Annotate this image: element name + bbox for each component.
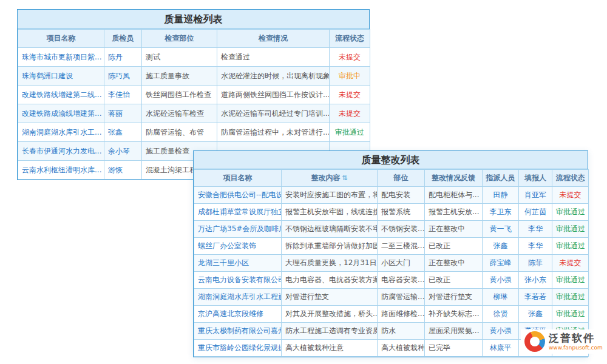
cell-name[interactable]: 湖南洞庭湖水库引水工程施工...	[194, 289, 282, 306]
cell-assignee[interactable]: 黄一飞	[483, 221, 519, 238]
cell-reporter[interactable]: 李华	[519, 221, 552, 238]
cell-reporter[interactable]: 张小东	[519, 272, 552, 289]
cell-content: 拆除到承重墙部分请做好加固...	[282, 238, 378, 255]
cell-status: 审批通过	[552, 272, 589, 289]
inspection-header-row: 项目名称质检员检查部位检查情况流程状态	[18, 30, 370, 48]
logo-website-link[interactable]: www.fanpusoft.com	[549, 345, 603, 351]
cell-part: 水泥砼运输车检查	[142, 104, 217, 123]
cell-inspector[interactable]: 李佳怡	[104, 86, 142, 104]
cell-reporter[interactable]: 李华	[519, 238, 552, 255]
cell-part: 防水	[378, 323, 425, 340]
cell-name[interactable]: 万达广场35#会所及咖啡厅空...	[194, 221, 282, 238]
cell-assignee[interactable]: 田静	[483, 187, 519, 204]
quality-rectification-panel: 质量整改列表 项目名称整改内容⇅部位整改情况反馈指派人员填报人流程状态 安徽合肥…	[193, 150, 588, 357]
column-header-label: 流程状态	[556, 174, 585, 182]
cell-assignee[interactable]: 李卫东	[483, 204, 519, 221]
column-header-label: 项目名称	[223, 174, 253, 182]
cell-inspector[interactable]: 陈巧凤	[104, 67, 142, 86]
cell-feedback: 屋面采用聚氨...	[425, 323, 483, 340]
cell-part: 电容器安装...	[378, 272, 425, 289]
column-header-content[interactable]: 整改内容⇅	[282, 170, 378, 187]
column-header-inspector: 质检员	[104, 30, 142, 48]
cell-feedback: 已改正	[425, 238, 483, 255]
cell-name[interactable]: 京沪高速北京段维修	[194, 306, 282, 323]
cell-name[interactable]: 云南电力设备安装有限公司20...	[194, 272, 282, 289]
cell-inspector[interactable]: 游恢	[104, 161, 142, 180]
cell-name[interactable]: 云南水利枢纽潜明水库...	[18, 161, 104, 180]
rectification-title: 质量整改列表	[194, 151, 588, 169]
cell-name[interactable]: 珠海市城市更新项目紫...	[18, 48, 104, 67]
column-header-reporter: 填报人	[519, 170, 552, 187]
cell-status: 审批中	[330, 67, 370, 86]
inspection-row: 珠海鹤洲口建设陈巧凤施工质量事故水泥砼灌注的时候，出现离析现象审批中	[18, 67, 370, 86]
cell-assignee[interactable]: 徐贤	[483, 306, 519, 323]
cell-name[interactable]: 龙湖三千里小区	[194, 255, 282, 272]
cell-status: 未提交	[330, 104, 370, 123]
cell-inspector[interactable]: 陈丹	[104, 48, 142, 67]
cell-part: 防腐管运输、布管	[142, 123, 217, 142]
rectification-row: 云南电力设备安装有限公司20...电力电容器、电抗器安装方案,...电容器安装.…	[194, 272, 589, 289]
column-header-part: 检查部位	[142, 30, 217, 48]
cell-name[interactable]: 重庆太极制药有限公司嘉州中...	[194, 323, 282, 340]
inspection-row: 改建铁路成渝线增建第...蒋丽水泥砼运输车检查水泥砼运输车司机经过专门培训...…	[18, 104, 370, 123]
cell-reporter[interactable]: 陈菲	[519, 255, 552, 272]
cell-content: 报警主机安放牢固，线缆连接...	[282, 204, 378, 221]
cell-part: 防腐管运输...	[378, 289, 425, 306]
cell-part: 报警系统	[378, 204, 425, 221]
sort-icon[interactable]: ⇅	[342, 174, 347, 182]
cell-name[interactable]: 改建铁路线增建第二线...	[18, 86, 104, 104]
cell-content: 不锈钢边框玻璃隔断安装不牢...	[282, 221, 378, 238]
cell-assignee[interactable]: 柳琳	[483, 289, 519, 306]
cell-name[interactable]: 安徽合肥供电公司--配电设备...	[194, 187, 282, 204]
cell-name[interactable]: 成都杜甫草堂常设展厅独立展...	[194, 204, 282, 221]
cell-name[interactable]: 长春市伊通河水力发电...	[18, 142, 104, 161]
cell-name[interactable]: 珠海鹤洲口建设	[18, 67, 104, 86]
cell-part: 施工质量事故	[142, 67, 217, 86]
cell-inspector[interactable]: 张鑫	[104, 123, 142, 142]
column-header-label: 整改情况反馈	[432, 174, 475, 182]
cell-reporter[interactable]: 何芷茵	[519, 204, 552, 221]
cell-inspector[interactable]: 蒋丽	[104, 104, 142, 123]
cell-name[interactable]: 改建铁路成渝线增建第...	[18, 104, 104, 123]
rectification-row: 湖南洞庭湖水库引水工程施工...对管进行垫支防腐管运输...对管进行垫支柳琳李若…	[194, 289, 589, 306]
cell-feedback: 已改正	[425, 272, 483, 289]
cell-situation: 道路两侧铁丝网围挡工作按设计...	[217, 86, 330, 104]
column-header-status: 流程状态	[552, 170, 589, 187]
cell-status: 未提交	[330, 86, 370, 104]
cell-part: 不锈钢安装...	[378, 221, 425, 238]
column-header-label: 填报人	[524, 174, 546, 182]
inspection-row: 珠海市城市更新项目紫...陈丹测试检查通过未提交	[18, 48, 370, 67]
cell-reporter[interactable]: 肖亚军	[519, 187, 552, 204]
cell-situation: 水泥砼运输车司机经过专门培训...	[217, 104, 330, 123]
cell-assignee[interactable]: 张鑫	[483, 238, 519, 255]
cell-assignee[interactable]: 薛宝峰	[483, 255, 519, 272]
cell-feedback: 正在整改中	[425, 255, 483, 272]
cell-content: 高大植被栽种注意	[282, 340, 378, 357]
cell-name[interactable]: 重庆市豁岭公园绿化景观提升...	[194, 340, 282, 357]
inspection-row: 改建铁路线增建第二线...李佳怡铁丝网围挡工作检查道路两侧铁丝网围挡工作按设计.…	[18, 86, 370, 104]
cell-assignee[interactable]: 黄小强	[483, 323, 519, 340]
column-header-feedback: 整改情况反馈	[425, 170, 483, 187]
column-header-situation: 检查情况	[217, 30, 330, 48]
cell-name[interactable]: 湖南洞庭湖水库引水工...	[18, 123, 104, 142]
cell-assignee[interactable]: 林康平	[483, 340, 519, 357]
cell-content: 对管进行垫支	[282, 289, 378, 306]
cell-reporter[interactable]: 张鑫	[519, 306, 552, 323]
cell-part: 测试	[142, 48, 217, 67]
cell-assignee[interactable]: 黄小强	[483, 272, 519, 289]
cell-feedback: 补齐缺失标志...	[425, 306, 483, 323]
rectification-table: 项目名称整改内容⇅部位整改情况反馈指派人员填报人流程状态 安徽合肥供电公司--配…	[194, 169, 589, 357]
cell-situation: 检查通过	[217, 48, 330, 67]
column-header-label: 整改内容	[311, 174, 340, 182]
rectification-header-row: 项目名称整改内容⇅部位整改情况反馈指派人员填报人流程状态	[194, 170, 589, 187]
cell-name[interactable]: 螺丝厂办公室装饰	[194, 238, 282, 255]
cell-situation: 防腐管运输过程中，未对管进行...	[217, 123, 330, 142]
cell-feedback: 正在整改中	[425, 221, 483, 238]
cell-situation: 水泥砼灌注的时候，出现离析现象	[217, 67, 330, 86]
cell-inspector[interactable]: 余小琴	[104, 142, 142, 161]
cell-part: 配电安装	[378, 187, 425, 204]
cell-status: 审批通过	[552, 306, 589, 323]
cell-status: 审批通过	[552, 204, 589, 221]
cell-status: 未提交	[552, 255, 589, 272]
cell-reporter[interactable]: 李若若	[519, 289, 552, 306]
